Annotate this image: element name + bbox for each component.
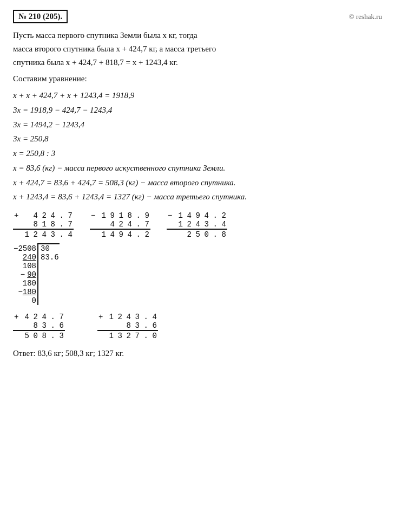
problem-number: № 210 (205). [13, 10, 68, 23]
long-division: −2508 30 240 83.6 108 −90 180 −180 [13, 243, 382, 305]
answer-line: Ответ: 83,6 кг; 508,3 кг; 1327 кг. [13, 349, 382, 358]
eq8: x + 1243,4 = 83,6 + 1243,4 = 1327 (кг) −… [13, 190, 382, 204]
eq5: x = 250,8 : 3 [13, 147, 382, 160]
equations-block: x + x + 424,7 + x + 1243,4 = 1918,9 3x =… [13, 89, 382, 204]
intro-line3: спутника была x + 424,7 + 818,7 = x + 12… [13, 58, 178, 67]
answer-values: 83,6 кг; 508,3 кг; 1327 кг. [38, 349, 124, 358]
intro-line2: масса второго спутника была x + 424,7 кг… [13, 44, 216, 53]
intro-text: Пусть масса первого спутника Земли была … [13, 29, 382, 69]
calc-addition-1: +424.7 818.7 1243.4 [13, 211, 74, 239]
eq1: x + x + 424,7 + x + 1243,4 = 1918,9 [13, 89, 382, 102]
answer-label: Ответ: [13, 349, 36, 358]
eq2: 3x = 1918,9 − 424,7 − 1243,4 [13, 103, 382, 117]
equation-label: Составим уравнение: [13, 72, 382, 86]
site-link: © reshak.ru [349, 12, 382, 21]
eq7: x + 424,7 = 83,6 + 424,7 = 508,3 (кг) − … [13, 176, 382, 190]
calc-subtraction-2: −1494.2 1243.4 250.8 [167, 211, 227, 239]
eq6: x = 83,6 (кг) − масса первого искуственн… [13, 161, 382, 175]
eq4: 3x = 250,8 [13, 132, 382, 146]
calc-row-1: +424.7 818.7 1243.4 −1918.9 424.7 1494.2… [13, 211, 382, 239]
intro-line1: Пусть масса первого спутника Земли была … [13, 31, 198, 40]
calc-addition-2: +424.7 83.6 508.3 [13, 313, 65, 340]
calc-addition-3: +1243.4 83.6 1327.0 [97, 313, 158, 340]
calc-row-2: +424.7 83.6 508.3 +1243.4 83.6 1327.0 [13, 313, 382, 340]
calc-subtraction-1: −1918.9 424.7 1494.2 [90, 211, 150, 239]
eq3: 3x = 1494,2 − 1243,4 [13, 118, 382, 132]
long-div-table: −2508 30 240 83.6 108 −90 180 −180 [13, 243, 60, 305]
